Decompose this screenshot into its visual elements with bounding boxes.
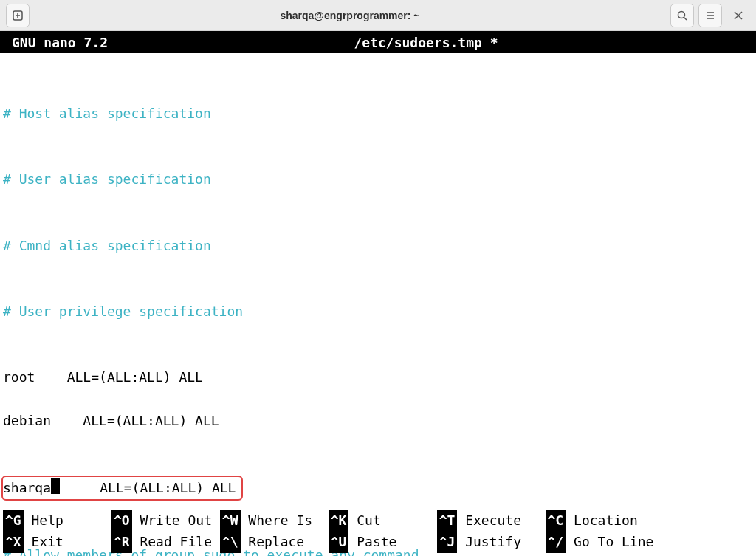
- shortcut-key: ^G: [3, 510, 24, 532]
- shortcut-label: Write Out: [132, 510, 220, 532]
- shortcut-item: ^J Justify: [437, 532, 546, 553]
- shortcut-key: ^U: [329, 532, 349, 553]
- shortcut-row: ^G Help ^O Write Out ^W Where Is ^K Cut …: [3, 510, 753, 532]
- shortcut-label: Replace: [241, 532, 329, 553]
- shortcut-item: ^R Read File: [111, 532, 220, 553]
- shortcut-key: ^X: [3, 532, 24, 553]
- shortcut-label: Where Is: [241, 510, 329, 532]
- shortcut-item: ^\ Replace: [220, 532, 329, 553]
- highlighted-sudoers-line: sharqa ALL=(ALL:ALL) ALL: [3, 476, 753, 501]
- shortcut-label: Location: [566, 510, 638, 532]
- window-titlebar: sharqa@engrprogrammer: ~: [0, 0, 756, 31]
- nano-app-name: GNU nano 7.2: [12, 35, 108, 50]
- shortcut-label: Justify: [457, 532, 545, 553]
- shortcut-item: ^X Exit: [3, 532, 111, 553]
- search-button[interactable]: [670, 4, 694, 27]
- shortcut-key: ^J: [437, 532, 458, 553]
- hamburger-icon: [704, 10, 716, 21]
- shortcut-item: ^G Help: [3, 510, 111, 532]
- shortcut-key: ^C: [546, 510, 566, 532]
- shortcut-label: Cut: [348, 510, 436, 532]
- sudoers-line: debian ALL=(ALL:ALL) ALL: [3, 410, 753, 432]
- shortcut-label: Paste: [348, 532, 436, 553]
- shortcut-item: ^W Where Is: [220, 510, 329, 532]
- comment-line: # Host alias specification: [3, 103, 753, 125]
- new-tab-icon: [12, 10, 24, 21]
- nano-file-name: /etc/sudoers.tmp *: [108, 35, 744, 50]
- shortcut-key: ^O: [111, 510, 132, 532]
- comment-line: # User alias specification: [3, 168, 753, 191]
- shortcut-item: ^T Execute: [437, 510, 546, 532]
- comment-line: # User privilege specification: [3, 301, 753, 323]
- new-tab-button[interactable]: [6, 4, 30, 27]
- shortcut-key: ^\: [220, 532, 241, 553]
- shortcut-key: ^K: [329, 510, 349, 532]
- shortcut-key: ^R: [111, 532, 132, 553]
- shortcut-label: Help: [24, 510, 111, 532]
- shortcut-key: ^/: [546, 532, 566, 553]
- shortcut-item: ^/ Go To Line: [546, 532, 654, 553]
- shortcut-label: Execute: [457, 510, 545, 532]
- svg-line-4: [684, 17, 687, 20]
- shortcut-item: ^U Paste: [329, 532, 437, 553]
- nano-header: GNU nano 7.2 /etc/sudoers.tmp *: [0, 31, 756, 53]
- shortcut-label: Read File: [132, 532, 220, 553]
- close-button[interactable]: [726, 4, 750, 27]
- close-icon: [733, 10, 743, 21]
- menu-button[interactable]: [698, 4, 722, 27]
- comment-line: # Cmnd alias specification: [3, 235, 753, 257]
- shortcut-key: ^W: [220, 510, 241, 532]
- shortcut-row: ^X Exit ^R Read File ^\ Replace ^U Paste…: [3, 532, 753, 553]
- shortcut-key: ^T: [437, 510, 458, 532]
- text-cursor: [51, 478, 60, 494]
- sudoers-line: root ALL=(ALL:ALL) ALL: [3, 366, 753, 388]
- nano-shortcut-bar: ^G Help ^O Write Out ^W Where Is ^K Cut …: [0, 509, 756, 556]
- shortcut-item: ^O Write Out: [111, 510, 220, 532]
- search-icon: [676, 10, 688, 21]
- window-title: sharqa@engrprogrammer: ~: [30, 10, 670, 21]
- shortcut-label: Exit: [24, 532, 111, 553]
- svg-point-3: [678, 11, 685, 18]
- shortcut-item: ^K Cut: [329, 510, 437, 532]
- shortcut-label: Go To Line: [566, 532, 653, 553]
- shortcut-item: ^C Location: [546, 510, 638, 532]
- editor-content[interactable]: # Host alias specification # User alias …: [0, 53, 756, 556]
